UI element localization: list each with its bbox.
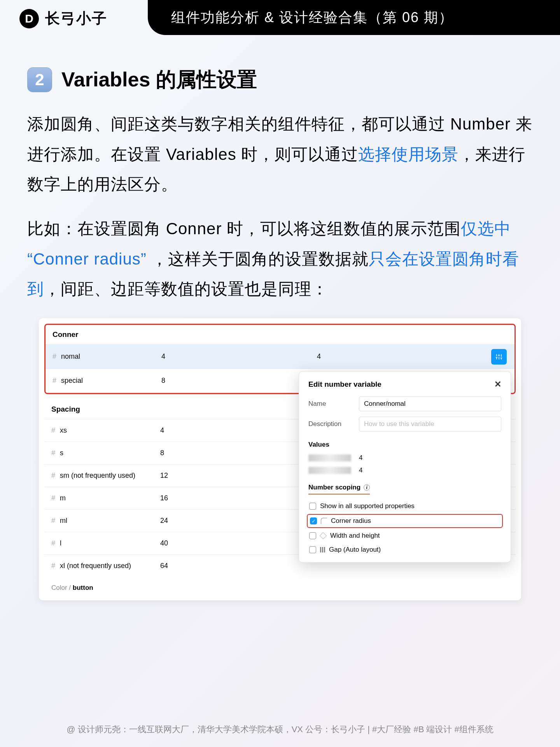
hash-icon: #: [51, 517, 55, 525]
page-footer: @ 设计师元尧：一线互联网大厂，清华大学美术学院本硕，VX 公号：长弓小子 | …: [0, 724, 560, 735]
checkbox-icon[interactable]: ✓: [310, 517, 317, 524]
edit-variable-button[interactable]: [491, 349, 507, 365]
mode-label-blurred: [308, 467, 351, 474]
checkbox-icon[interactable]: [309, 532, 316, 539]
variable-value-1: 4: [161, 352, 317, 361]
header-title: 组件功能分析 & 设计经验合集（第 06 期）: [171, 8, 453, 27]
hash-icon: #: [51, 449, 55, 457]
description-label: Description: [308, 420, 351, 428]
hash-icon: #: [52, 377, 56, 385]
checkbox-icon[interactable]: [309, 546, 316, 553]
figma-screenshot-panel: Conner # nomal 4 4 # special: [39, 318, 521, 600]
hash-icon: #: [52, 352, 56, 361]
gap-icon: [320, 547, 325, 552]
scope-option-width-height[interactable]: Width and height: [308, 529, 501, 543]
scope-option-gap[interactable]: Gap (Auto layout): [308, 543, 501, 557]
hash-icon: #: [51, 562, 55, 570]
name-label: Name: [308, 400, 351, 408]
variable-name: special: [61, 377, 83, 385]
mode-label-blurred: [308, 454, 351, 461]
section-heading: 2 Variables 的属性设置: [27, 66, 533, 93]
description-field-row: Description How to use this variable: [308, 417, 501, 431]
breadcrumb: Color / button: [44, 577, 516, 595]
paragraph-2: 比如：在设置圆角 Conner 时，可以将这组数值的展示范围仅选中 “Conne…: [27, 214, 533, 304]
value-input[interactable]: 4: [359, 454, 362, 462]
value-input[interactable]: 4: [359, 466, 362, 474]
name-input[interactable]: Conner/nomal: [359, 396, 501, 411]
variable-name: nomal: [61, 352, 80, 361]
description-input[interactable]: How to use this variable: [359, 417, 501, 431]
highlight-text: 选择使用场景: [358, 145, 458, 163]
scope-option-all[interactable]: Show in all supported properties: [308, 499, 501, 513]
hash-icon: #: [51, 472, 55, 480]
close-icon[interactable]: ✕: [494, 379, 501, 389]
variable-row-nomal[interactable]: # nomal 4 4: [46, 345, 514, 369]
variable-value-2: 4: [317, 352, 491, 361]
group-header-conner: Conner: [46, 325, 514, 345]
info-icon[interactable]: i: [364, 484, 370, 491]
article-body: 2 Variables 的属性设置 添加圆角、间距这类与数字相关的组件特征，都可…: [0, 35, 560, 600]
page-header: D 长弓小子 组件功能分析 & 设计经验合集（第 06 期）: [0, 0, 560, 35]
header-title-bar: 组件功能分析 & 设计经验合集（第 06 期）: [148, 0, 560, 35]
brand-name: 长弓小子: [45, 9, 107, 28]
value-row-1: 4: [308, 454, 501, 462]
width-height-icon: [320, 532, 327, 539]
hash-icon: #: [51, 426, 55, 435]
brand: D 长弓小子: [19, 9, 107, 28]
values-heading: Values: [308, 441, 501, 449]
popover-title: Edit number variable: [308, 380, 382, 389]
variable-value-1: 8: [161, 377, 317, 385]
corner-radius-icon: [321, 518, 327, 524]
scope-option-corner-radius[interactable]: ✓ Corner radius: [307, 514, 503, 528]
brand-logo-icon: D: [19, 9, 39, 28]
name-field-row: Name Conner/nomal: [308, 396, 501, 411]
hash-icon: #: [51, 539, 55, 547]
value-row-2: 4: [308, 466, 501, 474]
checkbox-icon[interactable]: [309, 503, 316, 510]
scoping-heading: Number scoping i: [308, 484, 370, 494]
section-title: Variables 的属性设置: [61, 66, 257, 93]
edit-variable-popover: Edit number variable ✕ Name Conner/nomal…: [299, 371, 511, 563]
paragraph-1: 添加圆角、间距这类与数字相关的组件特征，都可以通过 Number 来进行添加。在…: [27, 109, 533, 200]
hash-icon: #: [51, 494, 55, 502]
badge-number-icon: 2: [27, 67, 52, 92]
